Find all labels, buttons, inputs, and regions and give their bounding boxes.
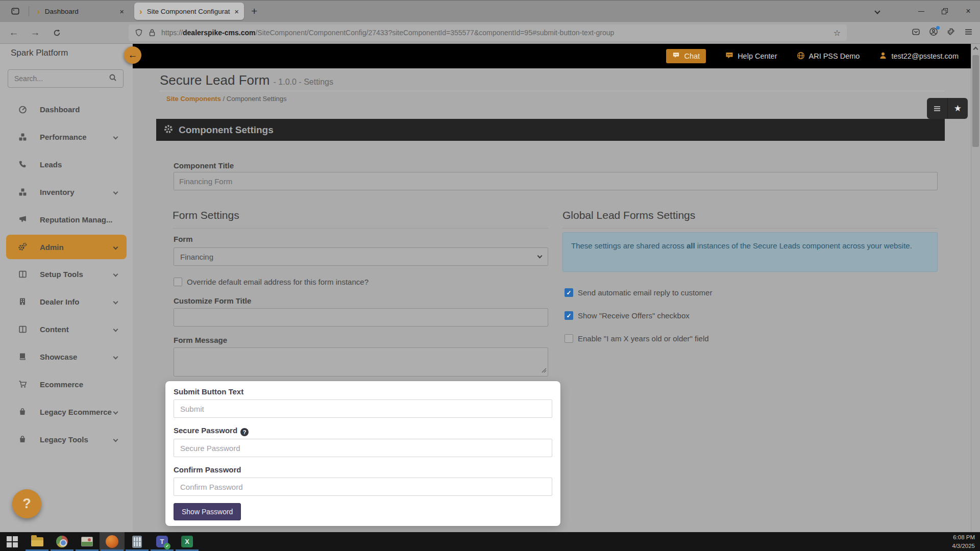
form-select[interactable]: Financing <box>174 247 548 266</box>
url-bar[interactable]: https://dealerspike-cms.com/SiteComponen… <box>129 24 847 41</box>
sidebar-item-legacy-tools[interactable]: Legacy Tools <box>6 427 127 452</box>
help-button[interactable]: ? <box>12 489 41 518</box>
list-all-tabs-chevron-icon[interactable] <box>866 9 889 13</box>
tab-label: Site Component Configuration <box>147 8 231 15</box>
sidebar-item-dashboard[interactable]: Dashboard <box>6 97 127 121</box>
close-tab-icon[interactable]: × <box>230 7 239 16</box>
panel-title: Component Settings <box>179 124 274 136</box>
sidebar-item-showcase[interactable]: Showcase <box>6 344 127 369</box>
firefox-view-icon[interactable] <box>7 4 23 19</box>
customize-form-title-input[interactable] <box>174 308 548 327</box>
sidebar-item-admin[interactable]: Admin <box>6 235 127 259</box>
sidebar-item-setup-tools[interactable]: Setup Tools <box>6 262 127 286</box>
send-auto-reply-checkbox-row[interactable]: Send automatic email reply to customer <box>565 288 712 297</box>
chat-label: Chat <box>684 52 700 60</box>
taskbar-clock[interactable]: 6:08 PM 4/3/2025 <box>952 532 980 551</box>
chrome-icon <box>56 536 68 547</box>
calculator-icon <box>132 536 142 548</box>
chat-button[interactable]: Chat <box>666 49 706 63</box>
sidebar-item-reputation-management[interactable]: Reputation Manag... <box>6 207 127 232</box>
sidebar-item-ecommerce[interactable]: Ecommerce <box>6 372 127 396</box>
new-tab-button[interactable]: + <box>251 5 257 17</box>
restore-button[interactable] <box>933 1 957 22</box>
url-scheme: https:// <box>161 29 183 37</box>
form-message-label: Form Message <box>174 336 227 344</box>
receive-offers-checkbox-row[interactable]: Show "Receive Offers" checkbox <box>565 311 690 320</box>
account-icon[interactable] <box>929 27 938 38</box>
lock-icon[interactable] <box>148 29 156 37</box>
override-email-checkbox-row[interactable]: Override default email address for this … <box>174 278 369 286</box>
bookmark-star-icon[interactable]: ☆ <box>834 28 841 38</box>
sidebar-item-dealer-info[interactable]: Dealer Info <box>6 289 127 314</box>
sidebar-item-performance[interactable]: Performance <box>6 124 127 149</box>
taskbar-calculator[interactable] <box>125 532 150 551</box>
favorite-star-button[interactable]: ★ <box>947 98 968 119</box>
close-tab-icon[interactable]: × <box>115 7 124 16</box>
site-selector[interactable]: ARI PSS Demo <box>797 52 860 61</box>
page-viewport: Spark Platform Dashboard Performance Lea… <box>0 44 980 532</box>
sidebar-item-legacy-ecommerce[interactable]: Legacy Ecommerce <box>6 399 127 424</box>
page-title: Secure Lead Form - 1.0.0 - Settings <box>160 72 333 88</box>
pocket-icon[interactable] <box>912 28 920 38</box>
close-window-button[interactable]: × <box>957 1 980 22</box>
tab-dashboard[interactable]: › Dashboard × <box>32 3 129 20</box>
checkbox-checked-icon[interactable] <box>565 288 573 297</box>
chevron-down-icon <box>113 327 118 332</box>
help-center-link[interactable]: Help Center <box>725 52 777 61</box>
menu-hamburger-icon[interactable] <box>964 28 973 38</box>
confirm-password-label: Confirm Password <box>174 465 241 474</box>
search-input[interactable] <box>14 74 109 83</box>
confirm-password-input[interactable] <box>174 478 552 496</box>
sidebar-item-label: Leads <box>40 160 62 169</box>
send-auto-reply-label: Send automatic email reply to customer <box>578 288 712 297</box>
info-text-bold: all <box>687 241 695 250</box>
breadcrumb-link[interactable]: Site Components <box>166 95 221 103</box>
page-scrollbar[interactable] <box>971 44 980 532</box>
columns-icon <box>17 270 28 279</box>
show-password-button[interactable]: Show Password <box>174 503 241 520</box>
age-field-checkbox-row[interactable]: Enable "I am X years old or older" field <box>565 334 709 343</box>
taskbar-firefox-active[interactable] <box>100 532 125 551</box>
select-chevron-icon <box>537 254 543 259</box>
collapse-sidebar-button[interactable]: ← <box>124 46 141 64</box>
taskbar-image-editor[interactable] <box>75 532 100 551</box>
excel-icon: X <box>181 536 193 547</box>
extensions-puzzle-icon[interactable] <box>947 28 955 38</box>
firefox-icon <box>106 535 118 548</box>
back-icon[interactable]: ← <box>7 27 20 38</box>
scroll-up-icon[interactable] <box>973 47 978 52</box>
question-circle-icon[interactable]: ? <box>240 428 249 436</box>
sidebar-item-leads[interactable]: Leads <box>6 152 127 177</box>
taskbar-teams[interactable]: T✓ <box>150 532 175 551</box>
secure-password-label: Secure Password <box>174 426 237 435</box>
forward-icon[interactable]: ← <box>29 27 42 38</box>
secure-password-input[interactable] <box>174 439 552 457</box>
start-button[interactable] <box>0 532 24 551</box>
checkbox-icon[interactable] <box>174 278 182 286</box>
sidebar-item-label: Legacy Ecommerce <box>40 408 112 416</box>
taskbar-excel[interactable]: X <box>175 532 200 551</box>
cubes-icon <box>17 133 28 141</box>
reload-icon[interactable] <box>50 29 63 37</box>
form-message-textarea[interactable] <box>174 347 548 377</box>
tab-site-component-configuration[interactable]: › Site Component Configuration × <box>134 3 244 20</box>
age-field-label: Enable "I am X years old or older" field <box>578 334 709 343</box>
sidebar-item-inventory[interactable]: Inventory <box>6 180 127 204</box>
user-menu[interactable]: test22@psstest.com <box>879 52 959 61</box>
taskbar-file-explorer[interactable] <box>24 532 50 551</box>
search-icon <box>109 73 117 84</box>
sidebar-item-content[interactable]: Content <box>6 317 127 341</box>
receive-offers-label: Show "Receive Offers" checkbox <box>578 311 690 320</box>
minimize-button[interactable] <box>910 1 933 22</box>
checkbox-checked-icon[interactable] <box>565 311 573 320</box>
checkbox-icon[interactable] <box>565 334 573 343</box>
sidebar-item-label: Showcase <box>40 353 77 361</box>
submit-button-text-input[interactable] <box>174 399 552 418</box>
url-domain: dealerspike-cms.com <box>183 29 255 37</box>
scrollbar-thumb[interactable] <box>972 55 979 147</box>
sidebar-search[interactable] <box>8 69 124 88</box>
resize-grip-icon[interactable] <box>542 366 547 375</box>
shield-icon[interactable] <box>135 29 143 37</box>
breadcrumb-separator: / <box>223 95 225 103</box>
taskbar-chrome[interactable] <box>50 532 75 551</box>
